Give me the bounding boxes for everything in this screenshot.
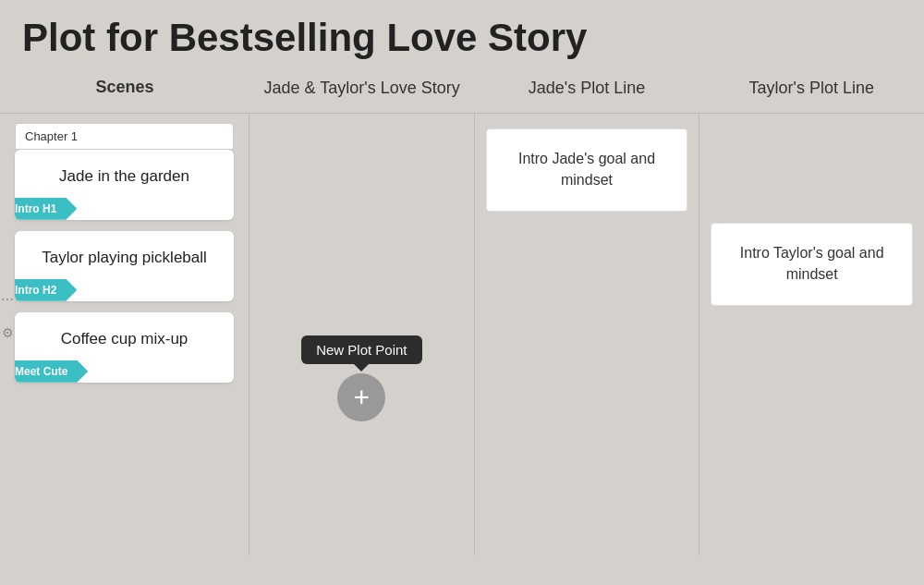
new-plot-point-tooltip: New Plot Point [301, 335, 421, 364]
scene-card-3[interactable]: Coffee cup mix-up Meet Cute [15, 312, 234, 383]
scene-card-2[interactable]: Taylor playing pickleball Intro H2 [15, 231, 234, 301]
scene-card-1[interactable]: Jade in the garden Intro H1 [15, 150, 234, 220]
spacer-love-row1 [261, 128, 463, 212]
app-header: Plot for Bestselling Love Story [0, 0, 924, 68]
scene-title-1: Jade in the garden [26, 166, 223, 187]
scene-tag-3: Meet Cute [15, 360, 88, 383]
jade-plot-card-1[interactable]: Intro Jade's goal and mindset [486, 128, 688, 212]
spacer-jade-row2 [486, 223, 688, 306]
jade-column-header: Jade's Plot Line [474, 72, 699, 104]
column-headers: Scenes Jade & Taylor's Love Story Jade's… [0, 72, 924, 113]
page-title: Plot for Bestselling Love Story [22, 17, 902, 59]
new-plot-point-container: New Plot Point + [261, 335, 463, 421]
jade-column: Intro Jade's goal and mindset [475, 114, 700, 555]
scenes-column-header: Scenes [0, 72, 249, 104]
scenes-column: ⋯ ⚙ Chapter 1 Jade in the garden Intro H… [0, 114, 249, 555]
love-story-column-header: Jade & Taylor's Love Story [249, 72, 474, 104]
love-story-column: New Plot Point + [249, 114, 475, 555]
taylor-column: Intro Taylor's goal and mindset [699, 114, 924, 555]
taylor-plot-card-1[interactable]: Intro Taylor's goal and mindset [711, 223, 913, 306]
new-plot-point-button[interactable]: + [337, 373, 385, 421]
main-content: ⋯ ⚙ Chapter 1 Jade in the garden Intro H… [0, 114, 924, 555]
gear-icon[interactable]: ⚙ [0, 323, 17, 342]
chapter-label: Chapter 1 [15, 123, 234, 150]
spacer-love-row2 [261, 223, 463, 306]
taylor-column-header: Taylor's Plot Line [699, 72, 924, 104]
spacer-taylor-row1 [711, 128, 913, 212]
scene-title-3: Coffee cup mix-up [26, 329, 223, 349]
scene-tag-1: Intro H1 [15, 198, 77, 220]
grid-area: New Plot Point + Intro Jade's goal and m… [249, 114, 924, 555]
scene-tag-2: Intro H2 [15, 279, 77, 301]
scene-title-2: Taylor playing pickleball [26, 248, 223, 268]
